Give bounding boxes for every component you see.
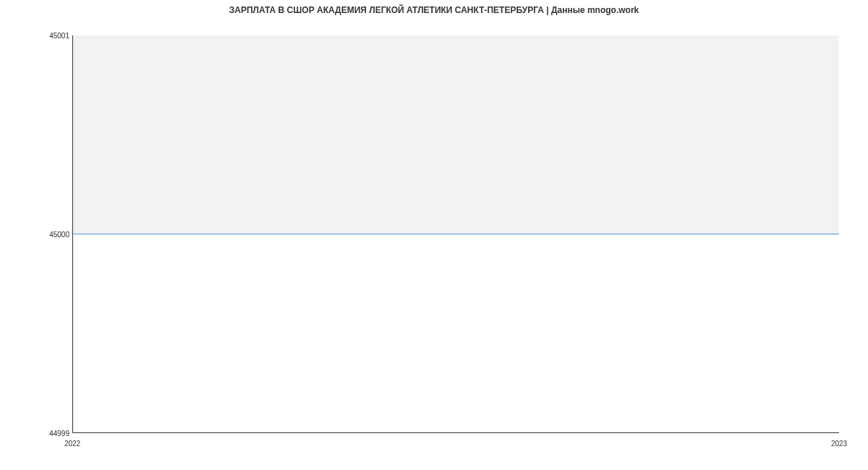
y-tick-label: 45001 bbox=[49, 32, 69, 40]
y-tick-label: 45000 bbox=[49, 231, 69, 239]
x-tick-label: 2023 bbox=[831, 440, 847, 448]
chart-title: ЗАРПЛАТА В СШОР АКАДЕМИЯ ЛЕГКОЙ АТЛЕТИКИ… bbox=[0, 5, 868, 15]
shaded-region bbox=[73, 35, 839, 234]
plot-area bbox=[72, 35, 839, 433]
y-tick-label: 44999 bbox=[49, 430, 69, 437]
x-tick-label: 2022 bbox=[64, 440, 80, 448]
chart-container: ЗАРПЛАТА В СШОР АКАДЕМИЯ ЛЕГКОЙ АТЛЕТИКИ… bbox=[0, 0, 868, 470]
data-line bbox=[73, 234, 839, 234]
